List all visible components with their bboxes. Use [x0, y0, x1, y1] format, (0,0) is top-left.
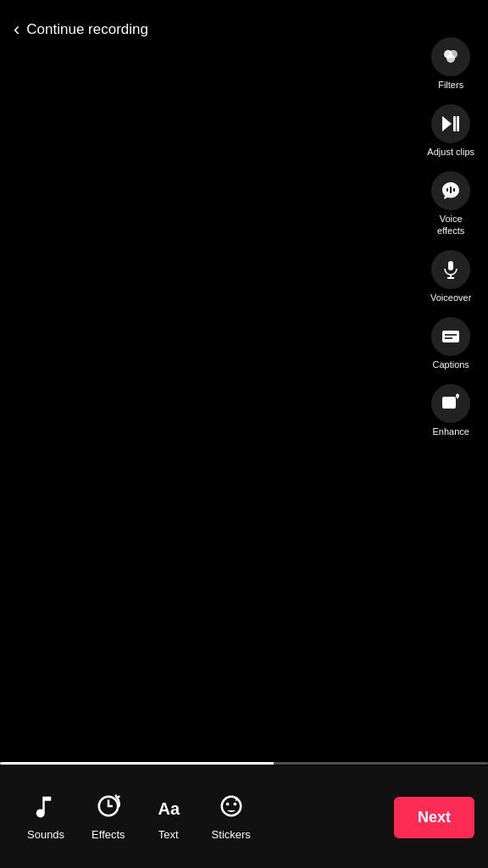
- sounds-icon: [33, 793, 58, 823]
- svg-point-19: [225, 803, 229, 806]
- sounds-tool[interactable]: Sounds: [14, 785, 78, 849]
- effects-icon: [96, 793, 121, 823]
- stickers-label: Stickers: [212, 828, 251, 841]
- bottom-tools-list: Sounds Effects Aa Text: [14, 785, 394, 849]
- svg-rect-8: [453, 188, 455, 192]
- filters-icon-wrap: [431, 37, 470, 76]
- adjust-clips-icon: [441, 114, 461, 134]
- adjust-clips-icon-wrap: [431, 104, 470, 143]
- bottom-toolbar: Sounds Effects Aa Text: [0, 766, 488, 868]
- captions-label: Captions: [432, 359, 469, 370]
- svg-rect-4: [457, 116, 459, 131]
- text-tool[interactable]: Aa Text: [139, 785, 198, 849]
- svg-point-20: [233, 803, 236, 806]
- header-title: Continue recording: [26, 21, 148, 38]
- voice-effects-icon: [441, 181, 461, 201]
- sounds-label: Sounds: [27, 828, 64, 841]
- voiceover-icon: [441, 259, 461, 280]
- voiceover-icon-wrap: [431, 250, 470, 289]
- stickers-icon: [219, 793, 244, 823]
- progress-bar: [0, 762, 488, 765]
- adjust-clips-tool[interactable]: Adjust clips: [424, 101, 478, 161]
- voice-effects-tool[interactable]: Voice effects: [428, 168, 474, 239]
- svg-rect-15: [442, 397, 456, 409]
- header: ‹ Continue recording: [0, 0, 488, 59]
- svg-marker-5: [442, 116, 452, 131]
- video-area: [0, 0, 488, 766]
- right-tools-panel: Filters Adjust clips Voice effects: [424, 34, 478, 441]
- voice-effects-label: Voice effects: [437, 214, 464, 236]
- effects-label: Effects: [92, 828, 125, 841]
- stickers-face-icon: [219, 793, 244, 819]
- voiceover-tool[interactable]: Voiceover: [427, 247, 474, 307]
- back-chevron-icon: ‹: [14, 19, 19, 41]
- captions-icon-wrap: [431, 317, 470, 356]
- svg-rect-12: [442, 331, 459, 342]
- music-note-icon: [33, 793, 58, 819]
- text-icon: Aa: [156, 793, 181, 823]
- enhance-label: Enhance: [432, 426, 469, 437]
- text-label: Text: [158, 828, 179, 841]
- captions-icon: [441, 326, 461, 347]
- stickers-tool[interactable]: Stickers: [198, 785, 264, 849]
- svg-point-2: [446, 54, 455, 63]
- enhance-icon-wrap: [431, 384, 470, 423]
- svg-rect-9: [448, 261, 453, 270]
- back-button[interactable]: ‹ Continue recording: [14, 19, 148, 41]
- adjust-clips-label: Adjust clips: [427, 147, 474, 158]
- enhance-tool[interactable]: Enhance: [428, 381, 474, 441]
- svg-rect-6: [446, 188, 448, 192]
- captions-tool[interactable]: Captions: [428, 314, 474, 374]
- svg-text:Aa: Aa: [158, 799, 180, 818]
- filters-icon: [441, 47, 461, 67]
- text-aa-icon: Aa: [156, 793, 181, 819]
- filters-label: Filters: [438, 80, 463, 91]
- svg-rect-3: [453, 116, 456, 131]
- progress-filled: [0, 762, 274, 765]
- next-button[interactable]: Next: [394, 797, 474, 838]
- enhance-icon: [441, 393, 461, 414]
- progress-empty: [274, 762, 488, 765]
- svg-rect-7: [450, 186, 452, 193]
- effects-clock-icon: [96, 793, 121, 819]
- voiceover-label: Voiceover: [430, 292, 471, 303]
- filters-tool[interactable]: Filters: [428, 34, 474, 94]
- effects-tool[interactable]: Effects: [78, 785, 139, 849]
- voice-effects-icon-wrap: [431, 171, 470, 210]
